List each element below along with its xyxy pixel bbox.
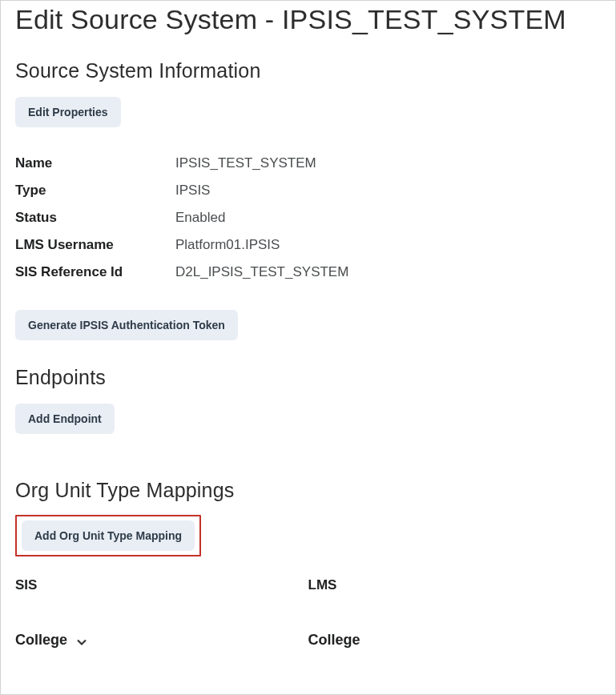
endpoints-heading: Endpoints — [15, 366, 601, 389]
source-system-info-section: Source System Information Edit Propertie… — [15, 59, 601, 340]
mapping-row: College College — [15, 632, 601, 649]
properties-table: Name IPSIS_TEST_SYSTEM Type IPSIS Status… — [15, 150, 601, 286]
prop-value: D2L_IPSIS_TEST_SYSTEM — [175, 264, 348, 280]
page-title: Edit Source System - IPSIS_TEST_SYSTEM — [15, 4, 601, 35]
prop-value: IPSIS — [175, 183, 210, 199]
add-org-unit-mapping-button[interactable]: Add Org Unit Type Mapping — [22, 520, 195, 551]
mapping-table: SIS LMS College College — [15, 571, 601, 649]
mapping-lms-value: College — [308, 632, 360, 649]
chevron-down-icon — [77, 636, 87, 645]
mapping-sis-value: College — [15, 632, 67, 649]
prop-label: Name — [15, 155, 175, 171]
prop-row-sis-reference: SIS Reference Id D2L_IPSIS_TEST_SYSTEM — [15, 259, 601, 286]
mapping-lms-cell: College — [308, 632, 602, 649]
prop-row-name: Name IPSIS_TEST_SYSTEM — [15, 150, 601, 177]
prop-value: Enabled — [175, 210, 225, 226]
add-mapping-highlight: Add Org Unit Type Mapping — [15, 515, 201, 556]
mappings-heading: Org Unit Type Mappings — [15, 479, 601, 502]
prop-value: IPSIS_TEST_SYSTEM — [175, 155, 316, 171]
edit-properties-button[interactable]: Edit Properties — [15, 97, 121, 127]
mapping-header-sis: SIS — [15, 571, 308, 600]
source-info-heading: Source System Information — [15, 59, 601, 82]
prop-row-type: Type IPSIS — [15, 177, 601, 204]
mapping-sis-cell[interactable]: College — [15, 632, 308, 649]
generate-token-button[interactable]: Generate IPSIS Authentication Token — [15, 310, 238, 340]
mapping-header-lms: LMS — [308, 571, 602, 600]
prop-value: Platform01.IPSIS — [175, 237, 280, 253]
prop-label: SIS Reference Id — [15, 264, 175, 280]
add-endpoint-button[interactable]: Add Endpoint — [15, 404, 115, 434]
org-unit-mappings-section: Org Unit Type Mappings Add Org Unit Type… — [15, 479, 601, 649]
prop-label: Status — [15, 210, 175, 226]
endpoints-section: Endpoints Add Endpoint — [15, 366, 601, 434]
prop-row-status: Status Enabled — [15, 204, 601, 231]
prop-label: Type — [15, 183, 175, 199]
prop-label: LMS Username — [15, 237, 175, 253]
mapping-header-row: SIS LMS — [15, 571, 601, 600]
prop-row-lms-username: LMS Username Platform01.IPSIS — [15, 231, 601, 259]
